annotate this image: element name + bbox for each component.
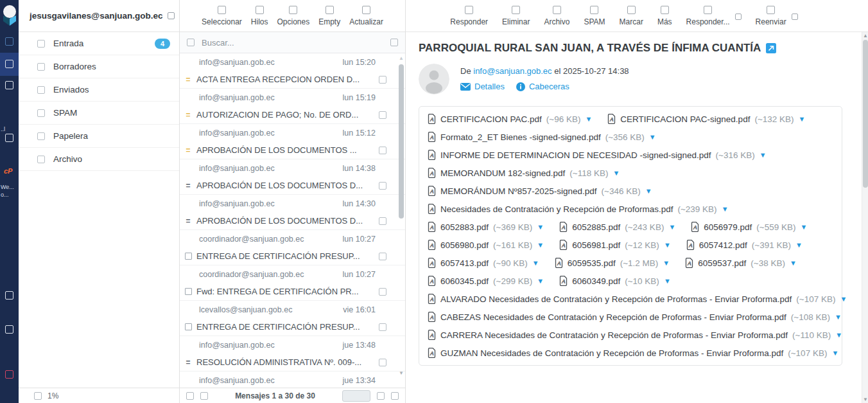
attachment-name[interactable]: 6052885.pdf xyxy=(572,222,620,232)
attachment-menu-caret-icon[interactable]: ▼ xyxy=(663,259,670,267)
account-caret-icon[interactable] xyxy=(168,12,175,19)
attachment-name[interactable]: 6060349.pdf xyxy=(572,276,620,286)
search-bar[interactable]: Buscar... xyxy=(180,32,405,53)
attachment-name[interactable]: 6057412.pdf xyxy=(699,240,747,250)
attachment-name[interactable]: 6056981.pdf xyxy=(572,240,620,250)
attachment-menu-caret-icon[interactable]: ▼ xyxy=(759,151,767,159)
attachment-menu-caret-icon[interactable]: ▼ xyxy=(585,115,592,123)
headers-toggle[interactable]: Cabeceras xyxy=(516,82,569,91)
message-toolbar-button[interactable]: Responder xyxy=(450,6,488,26)
attachment-name[interactable]: ALVARADO Necesidades de Contratación y R… xyxy=(440,294,792,304)
attachment-menu-caret-icon[interactable]: ▼ xyxy=(790,259,797,267)
footer-last-page-icon[interactable] xyxy=(391,392,399,400)
message-list-item[interactable]: info@sanjuan.gob.ec jue 13:48 RESOLUCIÓN… xyxy=(180,336,405,371)
list-toolbar-button[interactable]: Seleccionar xyxy=(202,6,242,26)
attachment-name[interactable]: GUZMAN Necesidades de Contratación y Rec… xyxy=(440,348,783,358)
folder-checkbox-icon[interactable] xyxy=(37,40,45,48)
taskbar-logout-icon[interactable] xyxy=(5,370,13,379)
attachment-name[interactable]: 6056980.pdf xyxy=(440,240,489,250)
folder-checkbox-icon[interactable] xyxy=(37,63,45,71)
scroll-down-icon[interactable]: ▼ xyxy=(863,397,868,402)
window-scrollbar[interactable]: ▲ ▼ xyxy=(862,32,868,403)
message-checkbox[interactable] xyxy=(379,288,386,296)
attachment-menu-caret-icon[interactable]: ▼ xyxy=(537,241,544,249)
message-list-item[interactable]: info@sanjuan.gob.ec jue 13:34 xyxy=(180,371,405,388)
attachment-name[interactable]: 6059537.pdf xyxy=(698,258,746,268)
message-list-item[interactable]: coordinador@sanjuan.gob.ec lun 10:27 Fwd… xyxy=(180,265,405,300)
message-list-item[interactable]: info@sanjuan.gob.ec lun 14:38 APROBACIÓN… xyxy=(180,159,405,194)
attachment-name[interactable]: MEMORÁNDUM Nº857-2025-signed.pdf xyxy=(440,186,597,196)
folder-checkbox-icon[interactable] xyxy=(37,86,45,94)
message-checkbox[interactable] xyxy=(379,76,386,84)
folder-checkbox-icon[interactable] xyxy=(37,132,45,140)
attachment-menu-caret-icon[interactable]: ▼ xyxy=(831,349,838,357)
attachment-name[interactable]: 6057413.pdf xyxy=(440,258,489,268)
message-checkbox[interactable] xyxy=(379,359,386,366)
message-checkbox[interactable] xyxy=(379,182,386,190)
attachment-menu-caret-icon[interactable]: ▼ xyxy=(795,241,803,249)
message-toolbar-button[interactable]: Eliminar xyxy=(502,6,530,26)
attachment-menu-caret-icon[interactable]: ▼ xyxy=(664,277,671,285)
attachment-name[interactable]: CABEZAS Necesidades de Contratación y Re… xyxy=(440,312,786,322)
footer-first-page-icon[interactable] xyxy=(186,392,194,400)
attachment-menu-caret-icon[interactable]: ▼ xyxy=(537,277,544,285)
message-checkbox[interactable] xyxy=(379,217,386,225)
attachment-menu-caret-icon[interactable]: ▼ xyxy=(799,115,806,123)
details-toggle[interactable]: Detalles xyxy=(460,82,505,91)
attachment-name[interactable]: Necesidades de Contratación y Recepción … xyxy=(440,204,673,214)
attachment-name[interactable]: CERTIFICACION PAC-signed.pdf xyxy=(620,114,750,124)
external-link-icon[interactable] xyxy=(766,43,776,53)
search-scope-icon[interactable] xyxy=(187,39,195,46)
list-toolbar-button[interactable]: Opciones xyxy=(277,6,309,26)
message-toolbar-button[interactable]: Más xyxy=(657,6,672,26)
attachment-name[interactable]: Formato_2_ET Bienes -signed-signed.pdf xyxy=(440,132,601,142)
footer-prev-page-icon[interactable] xyxy=(200,392,208,400)
attachment-menu-caret-icon[interactable]: ▼ xyxy=(668,223,675,231)
taskbar-help-icon[interactable] xyxy=(5,291,13,300)
message-checkbox[interactable] xyxy=(379,323,386,331)
message-list-item[interactable]: info@sanjuan.gob.ec lun 15:19 AUTORIZACI… xyxy=(180,88,405,123)
message-list-item[interactable]: info@sanjuan.gob.ec lun 15:20 ACTA ENTRE… xyxy=(180,53,405,88)
message-list-item[interactable]: info@sanjuan.gob.ec lun 14:30 APROBACIÓN… xyxy=(180,194,405,229)
attachment-name[interactable]: 6060345.pdf xyxy=(440,276,489,286)
message-toolbar-button[interactable]: Archivo xyxy=(544,6,569,26)
sender-email-link[interactable]: info@sanjuan.gob.ec xyxy=(473,66,551,76)
attachment-menu-caret-icon[interactable]: ▼ xyxy=(722,205,729,213)
list-scrollbar-thumb[interactable] xyxy=(399,64,404,219)
message-toolbar-button[interactable]: Reenviar xyxy=(756,6,786,26)
attachment-name[interactable]: INFORME DE DETERMINACION DE NECESIDAD -s… xyxy=(440,150,711,160)
list-toolbar-button[interactable]: Actualizar xyxy=(349,6,383,26)
scrollbar-thumb[interactable] xyxy=(863,40,868,188)
attachment-name[interactable]: CERTIFICACION PAC.pdf xyxy=(440,114,542,124)
attachment-name[interactable]: 6056979.pdf xyxy=(704,222,752,232)
attachment-name[interactable]: CARRERA Necesidades de Contratación y Re… xyxy=(440,330,788,340)
cpanel-logo[interactable]: cP xyxy=(4,167,12,175)
dropdown-caret-icon[interactable] xyxy=(735,13,742,20)
attachment-menu-caret-icon[interactable]: ▼ xyxy=(835,313,842,321)
message-checkbox[interactable] xyxy=(379,147,386,154)
message-list-item[interactable]: info@sanjuan.gob.ec lun 15:12 APROBACIÓN… xyxy=(180,123,405,159)
attachment-name[interactable]: 6052883.pdf xyxy=(440,222,489,232)
message-toolbar-button[interactable]: SPAM xyxy=(584,6,605,26)
attachment-menu-caret-icon[interactable]: ▼ xyxy=(645,187,652,195)
folder-row[interactable]: Entrada 4 xyxy=(19,32,179,55)
scroll-up-icon[interactable]: ▲ xyxy=(863,33,868,39)
attachment-menu-caret-icon[interactable]: ▼ xyxy=(835,331,842,339)
attachment-menu-caret-icon[interactable]: ▼ xyxy=(613,169,620,177)
attachment-name[interactable]: MEMORANDUM 182-signed.pdf xyxy=(440,168,565,178)
dropdown-caret-icon[interactable] xyxy=(792,13,798,20)
attachment-menu-caret-icon[interactable]: ▼ xyxy=(537,223,544,231)
attachment-menu-caret-icon[interactable]: ▼ xyxy=(532,259,539,267)
attachment-menu-caret-icon[interactable]: ▼ xyxy=(840,295,847,303)
message-list-item[interactable]: lcevallos@sanjuan.gob.ec vie 16:01 ENTRE… xyxy=(180,300,405,336)
footer-next-page-icon[interactable] xyxy=(377,392,385,400)
webmail-logo[interactable] xyxy=(0,0,19,30)
list-toolbar-button[interactable]: Hilos xyxy=(251,6,268,26)
message-list-item[interactable]: coordinador@sanjuan.gob.ec lun 10:27 ENT… xyxy=(180,229,405,265)
folder-row[interactable]: SPAM xyxy=(19,102,179,125)
list-scroll-up-icon[interactable]: ▲ xyxy=(399,55,404,61)
taskbar-settings-icon[interactable] xyxy=(5,134,13,142)
message-toolbar-button[interactable]: Responder... xyxy=(686,6,730,26)
folder-checkbox-icon[interactable] xyxy=(37,109,45,117)
search-input[interactable]: Buscar... xyxy=(202,38,383,48)
